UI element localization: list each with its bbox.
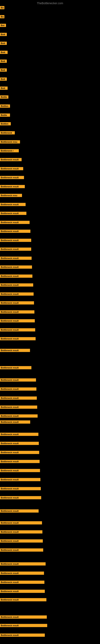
bottleneck-item[interactable]: Bottleneck result	[0, 478, 40, 481]
bottleneck-item[interactable]: Bottleneck result	[0, 548, 43, 552]
bottleneck-item[interactable]: Bottleneck result	[0, 496, 41, 499]
bottleneck-item[interactable]: Bottleneck result	[0, 203, 26, 206]
bottleneck-item[interactable]: Bottleneck result	[0, 378, 36, 382]
bottleneck-item[interactable]: Bottleneck result	[0, 580, 44, 584]
bottleneck-item[interactable]: Bottleneck result	[0, 349, 30, 352]
bottleneck-item[interactable]: Bottleneck result	[0, 256, 32, 260]
bottleneck-item[interactable]: Bottleneck	[0, 131, 15, 134]
bottleneck-item[interactable]: Bottleneck result	[0, 598, 47, 601]
bottleneck-item[interactable]: Bottleneck result	[0, 433, 38, 436]
bottleneck-item[interactable]: Bottleneck result	[0, 283, 33, 286]
bottleneck-item[interactable]: Bottleneck result	[0, 301, 34, 304]
bottleneck-item[interactable]: Bottleneck result	[0, 328, 35, 332]
bottleneck-item[interactable]: Bo	[0, 15, 4, 18]
bottleneck-item[interactable]: Bottleneck result	[0, 590, 45, 593]
bottleneck-item[interactable]: Bot	[0, 24, 6, 27]
bottleneck-item[interactable]: Bottleneck result	[0, 406, 37, 409]
bottleneck-item[interactable]: Bott	[0, 68, 7, 72]
bottleneck-item[interactable]: Bo	[0, 6, 4, 9]
bottleneck-item[interactable]: Bottleneck result	[0, 266, 32, 269]
bottleneck-item[interactable]: Bottleneck result	[0, 616, 47, 619]
bottleneck-item[interactable]: Bottleneck result	[0, 337, 36, 340]
bottleneck-item[interactable]: Bottleneck result	[0, 634, 45, 637]
bottleneck-item[interactable]: Bottleneck result	[0, 414, 38, 418]
bottleneck-item[interactable]: Bottleneck result	[0, 562, 46, 566]
bottleneck-item[interactable]: Bott	[0, 60, 7, 63]
bottleneck-item[interactable]: Bott	[0, 51, 8, 54]
bottleneck-item[interactable]: Bott	[0, 78, 7, 81]
bottleneck-item[interactable]: Bottleneck result	[0, 509, 39, 512]
bottleneck-item[interactable]: Bottleneck result	[0, 167, 23, 170]
bottleneck-item[interactable]: Bottle	[0, 96, 8, 98]
bottleneck-item[interactable]: Bottleneck result	[0, 366, 31, 369]
bottleneck-item[interactable]: Bottleneck result	[0, 539, 43, 542]
bottleneck-item[interactable]: Bottleneck result	[0, 451, 39, 454]
bottleneck-item[interactable]: Bott	[0, 33, 7, 36]
bottleneck-item[interactable]: Bottleneck result	[0, 530, 42, 534]
bottleneck-item[interactable]: Bottleneck result	[0, 521, 42, 524]
bottleneck-item[interactable]: Bottleneck result	[0, 212, 26, 215]
bottleneck-item[interactable]: Bottleneck resu	[0, 140, 20, 144]
bottleneck-item[interactable]: Bottleneck result	[0, 396, 37, 400]
bottleneck-item[interactable]: Bottleneck result	[0, 158, 22, 161]
bottleneck-item[interactable]: Bottleneck result	[0, 239, 31, 242]
bottleneck-item[interactable]: Bottle	[0, 114, 10, 117]
bottleneck-item[interactable]: Bottleneck result	[0, 460, 40, 463]
bottleneck-item[interactable]: Bottleneck result	[0, 572, 44, 575]
bottleneck-item[interactable]: Bottleneck result	[0, 624, 47, 627]
bottleneck-item[interactable]: Bottleneck result	[0, 221, 30, 224]
bottleneck-item[interactable]: Bottleneck result	[0, 319, 35, 322]
bottleneck-item[interactable]: Bottleneck result	[0, 310, 34, 314]
bottleneck-item[interactable]: Bottleneck result	[0, 487, 41, 490]
bottleneck-item[interactable]: Bottlen	[0, 104, 10, 108]
bottleneck-item[interactable]: Bottleneck result	[0, 248, 31, 251]
bottleneck-item[interactable]: Bottleneck result	[0, 469, 40, 472]
bottleneck-item[interactable]: Bott	[0, 86, 8, 90]
bottleneck-item[interactable]: Bott	[0, 42, 7, 45]
bottleneck-item[interactable]: Bottleneck result	[0, 420, 30, 424]
bottleneck-item[interactable]: Bottleneck result	[0, 388, 36, 391]
bottleneck-item[interactable]: Bottleneck result	[0, 176, 24, 179]
bottleneck-item[interactable]: Bottleneck r	[0, 149, 19, 152]
bottleneck-item[interactable]: Bottleneck result	[0, 442, 39, 445]
site-title: TheBottlenecker.com	[37, 2, 63, 5]
bottleneck-item[interactable]: Bottlen	[0, 122, 11, 126]
bottleneck-item[interactable]: Bottleneck result	[0, 230, 30, 233]
bottleneck-item[interactable]: Bottleneck result	[0, 185, 25, 188]
bottleneck-item[interactable]: Bottleneck resu	[0, 194, 22, 197]
bottleneck-item[interactable]: Bottleneck result	[0, 292, 34, 296]
bottleneck-item[interactable]: Bottleneck result	[0, 274, 32, 278]
